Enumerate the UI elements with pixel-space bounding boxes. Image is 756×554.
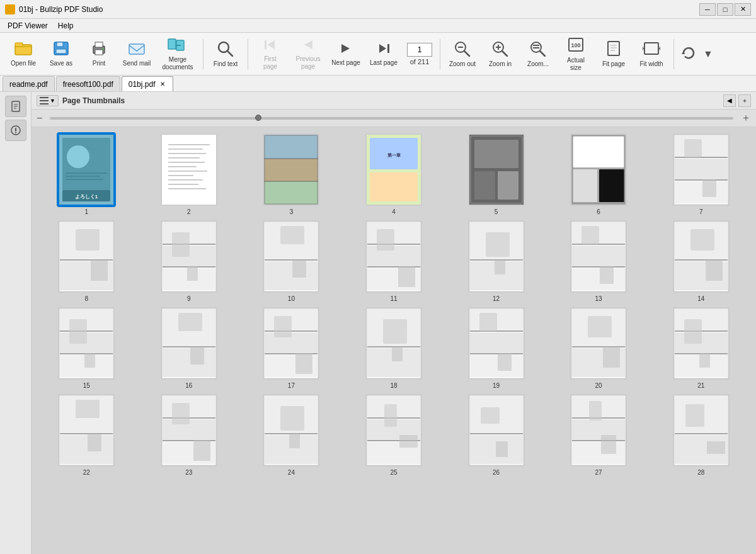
open-file-button[interactable]: Open file xyxy=(5,35,42,73)
toolbar: Open file Save as Print Send mail Merge … xyxy=(0,33,756,76)
zoom-increase-icon[interactable]: ＋ xyxy=(741,111,751,125)
page-number-area: of 211 xyxy=(403,35,436,73)
svg-rect-3 xyxy=(57,42,63,47)
thumbnails-collapse-button[interactable]: ◀ xyxy=(723,94,736,107)
thumbnail-number: 8 xyxy=(85,295,89,302)
thumbnail-item[interactable]: 7 xyxy=(652,133,750,215)
thumbnail-item[interactable]: 25 xyxy=(345,394,443,476)
tab-01bj[interactable]: 01bj.pdf ✕ xyxy=(122,76,174,91)
tab-freesoft100[interactable]: freesoft100.pdf xyxy=(56,76,120,91)
svg-rect-55 xyxy=(66,176,100,177)
previous-page-button[interactable]: Previous page xyxy=(290,35,326,73)
menu-pdf-viewer[interactable]: PDF Viewer xyxy=(3,20,53,31)
thumbnail-item[interactable]: 5 xyxy=(447,133,545,215)
print-button[interactable]: Print xyxy=(81,35,117,73)
thumbnail-item[interactable]: 26 xyxy=(447,394,545,476)
thumbnail-item[interactable]: よろしく1 1 xyxy=(38,133,135,215)
fit-width-button[interactable]: Fit width xyxy=(633,35,670,73)
zoom-decrease-icon[interactable]: − xyxy=(37,113,42,124)
svg-rect-49 xyxy=(40,100,49,101)
thumbnail-zoom-bar: − ＋ xyxy=(32,110,756,127)
svg-rect-185 xyxy=(392,347,403,361)
view-dropdown-button[interactable]: ▼ xyxy=(37,95,59,106)
thumbnails-expand-button[interactable]: ＋ xyxy=(738,94,751,107)
minimize-button[interactable]: ─ xyxy=(699,3,716,16)
extra-button[interactable]: ▼ xyxy=(701,35,716,73)
thumbnail-item[interactable]: 15 xyxy=(38,307,135,389)
bookmarks-panel-button[interactable] xyxy=(5,96,26,117)
fit-page-button[interactable]: Fit page xyxy=(595,35,632,73)
zoom-slider[interactable] xyxy=(50,117,733,120)
thumbnail-number: 20 xyxy=(595,382,602,389)
svg-rect-214 xyxy=(60,435,113,464)
merge-docs-button[interactable]: Merge documents xyxy=(156,35,199,73)
thumbnail-number: 16 xyxy=(185,382,192,389)
zoom-out-button[interactable]: Zoom out xyxy=(444,35,481,73)
thumbnail-item[interactable]: 24 xyxy=(243,394,340,476)
last-page-button[interactable]: Last page xyxy=(365,35,402,73)
thumbnail-item[interactable]: 28 xyxy=(652,394,750,476)
thumbnail-item[interactable]: 11 xyxy=(345,220,443,302)
actual-size-button[interactable]: 100 Actual size xyxy=(558,35,594,73)
tab-readme[interactable]: readme.pdf xyxy=(3,76,55,91)
thumbnail-item[interactable]: 3 xyxy=(243,133,340,215)
page-number-input[interactable] xyxy=(407,43,432,57)
svg-point-53 xyxy=(67,145,89,168)
send-mail-label: Send mail xyxy=(123,60,151,67)
svg-rect-93 xyxy=(675,159,728,180)
thumbnail-item[interactable]: 17 xyxy=(243,307,340,389)
thumbnail-item[interactable]: 12 xyxy=(447,220,545,302)
thumbnail-image xyxy=(58,307,115,380)
close-button[interactable]: ✕ xyxy=(735,3,751,16)
thumbnail-item[interactable]: 8 xyxy=(38,220,135,302)
thumbnail-item[interactable]: 23 xyxy=(140,394,238,476)
thumbnail-item[interactable]: 16 xyxy=(140,307,238,389)
thumbnail-item[interactable]: 9 xyxy=(140,220,238,302)
zoom-slider-thumb[interactable] xyxy=(255,115,261,121)
zoom-dropdown-button[interactable]: Zoom... xyxy=(520,35,556,73)
thumbnail-image: 第一章 xyxy=(365,133,422,206)
find-text-button[interactable]: Find text xyxy=(207,35,244,73)
svg-rect-161 xyxy=(69,319,87,344)
annotation-panel-button[interactable] xyxy=(5,120,26,141)
thumbnail-item[interactable]: 13 xyxy=(550,220,648,302)
svg-rect-129 xyxy=(377,229,394,251)
send-mail-button[interactable]: Send mail xyxy=(118,35,155,73)
svg-rect-50 xyxy=(40,103,49,105)
thumbnail-item[interactable]: 2 xyxy=(140,133,238,215)
thumbnail-image xyxy=(263,307,319,380)
annotation-icon xyxy=(10,125,21,136)
svg-rect-66 xyxy=(168,171,207,172)
first-page-button[interactable]: First page xyxy=(252,35,289,73)
svg-marker-18 xyxy=(379,44,386,53)
refresh-button[interactable] xyxy=(678,35,699,73)
svg-rect-59 xyxy=(162,135,216,205)
thumbnail-item[interactable]: 18 xyxy=(345,307,443,389)
thumbnail-item[interactable]: 第一章 4 xyxy=(345,133,443,215)
svg-rect-201 xyxy=(603,347,620,368)
find-text-label: Find text xyxy=(214,60,238,68)
menu-bar: PDF Viewer Help xyxy=(0,19,756,33)
thumbnail-item[interactable]: 20 xyxy=(550,307,648,389)
menu-help[interactable]: Help xyxy=(53,20,79,31)
thumbnail-item[interactable]: 21 xyxy=(652,307,750,389)
thumbnail-number: 10 xyxy=(288,295,295,302)
maximize-button[interactable]: □ xyxy=(717,3,733,16)
merge-docs-label: Merge documents xyxy=(163,56,193,71)
svg-rect-241 xyxy=(384,404,397,427)
next-page-button[interactable]: Next page xyxy=(328,35,364,73)
svg-rect-63 xyxy=(168,157,200,159)
app-icon xyxy=(5,4,15,14)
thumbnail-item[interactable]: 6 xyxy=(550,133,648,215)
thumbnail-number: 12 xyxy=(493,295,500,302)
thumbnail-item[interactable]: 22 xyxy=(38,394,135,476)
save-as-button[interactable]: Save as xyxy=(43,35,79,73)
thumbnails-header: ▼ Page Thumbnails ◀ ＋ xyxy=(32,92,756,110)
thumbnail-item[interactable]: 27 xyxy=(550,394,648,476)
tab-close-button[interactable]: ✕ xyxy=(159,80,166,88)
svg-rect-73 xyxy=(264,181,318,205)
thumbnail-item[interactable]: 10 xyxy=(243,220,340,302)
zoom-in-button[interactable]: Zoom in xyxy=(482,35,518,73)
thumbnail-item[interactable]: 14 xyxy=(652,220,750,302)
thumbnail-item[interactable]: 19 xyxy=(447,307,545,389)
